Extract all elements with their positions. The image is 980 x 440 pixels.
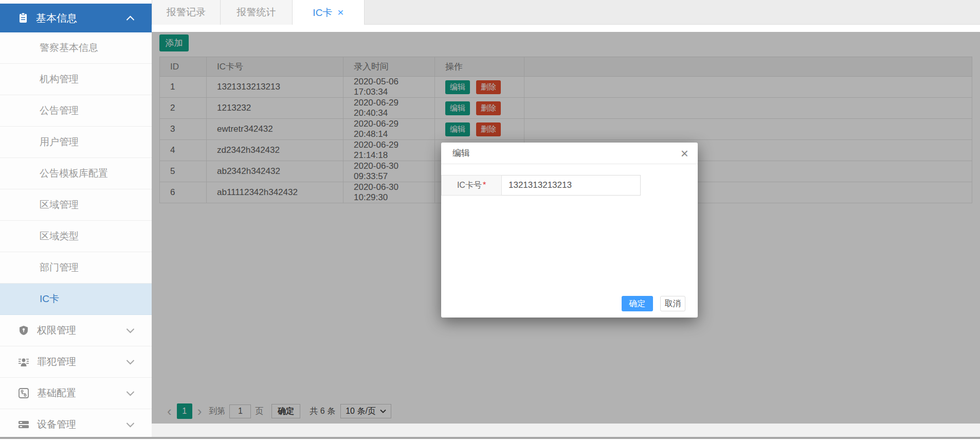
field-label-text: IC卡号 bbox=[457, 180, 482, 191]
sidebar-item-area-mgmt[interactable]: 区域管理 bbox=[0, 189, 152, 221]
sidebar-group-permission[interactable]: 权限管理 bbox=[0, 315, 152, 346]
tab-content-gap bbox=[152, 25, 980, 32]
sidebar-item-police-info[interactable]: 警察基本信息 bbox=[0, 32, 152, 64]
sidebar-items: 警察基本信息 机构管理 公告管理 用户管理 公告模板库配置 区域管理 区域类型 … bbox=[0, 32, 152, 440]
form-row: IC卡号* bbox=[441, 175, 698, 196]
sidebar: 基本信息 警察基本信息 机构管理 公告管理 用户管理 公告模板库配置 区域管理 … bbox=[0, 0, 152, 440]
sidebar-group-label: 罪犯管理 bbox=[37, 355, 76, 368]
sidebar-item-dept-mgmt[interactable]: 部门管理 bbox=[0, 252, 152, 284]
tab-bar: 报警记录 报警统计 IC卡× bbox=[152, 0, 980, 25]
tab-label: IC卡 bbox=[313, 7, 332, 18]
sidebar-group-label: 基础配置 bbox=[37, 386, 76, 400]
sidebar-item-notice-template[interactable]: 公告模板库配置 bbox=[0, 158, 152, 189]
tab-alarm-records[interactable]: 报警记录 bbox=[152, 0, 221, 25]
edit-dialog: 编辑 × IC卡号* 确定 取消 bbox=[441, 143, 698, 318]
prisoner-icon bbox=[17, 357, 30, 367]
sidebar-item-area-type[interactable]: 区域类型 bbox=[0, 221, 152, 252]
sidebar-item-org-mgmt[interactable]: 机构管理 bbox=[0, 64, 152, 95]
sidebar-item-ic-card[interactable]: IC卡 bbox=[0, 284, 152, 315]
sidebar-item-user-mgmt[interactable]: 用户管理 bbox=[0, 127, 152, 158]
shield-icon bbox=[17, 325, 30, 336]
card-no-label: IC卡号* bbox=[441, 175, 502, 196]
clipboard-icon bbox=[17, 12, 29, 24]
circuit-icon bbox=[17, 388, 30, 398]
tab-ic-card[interactable]: IC卡× bbox=[293, 0, 365, 25]
required-mark: * bbox=[483, 181, 486, 190]
close-icon[interactable]: × bbox=[681, 143, 688, 164]
sidebar-group-label: 基本信息 bbox=[36, 11, 77, 25]
chevron-down-icon bbox=[126, 359, 135, 365]
sidebar-group-label: 权限管理 bbox=[37, 324, 76, 337]
sidebar-group-criminal[interactable]: 罪犯管理 bbox=[0, 346, 152, 378]
dialog-title: 编辑 bbox=[452, 148, 470, 158]
dialog-header: 编辑 × bbox=[441, 143, 698, 164]
sidebar-group-base-config[interactable]: 基础配置 bbox=[0, 378, 152, 409]
dialog-footer: 确定 取消 bbox=[622, 296, 685, 311]
server-icon bbox=[17, 419, 30, 430]
chevron-down-icon bbox=[126, 391, 135, 396]
sidebar-group-label: 设备管理 bbox=[37, 418, 76, 431]
cancel-button[interactable]: 取消 bbox=[660, 296, 685, 311]
horizontal-scrollbar[interactable] bbox=[0, 437, 980, 439]
chevron-down-icon bbox=[126, 328, 135, 333]
chevron-up-icon bbox=[126, 15, 135, 21]
tab-alarm-stats[interactable]: 报警统计 bbox=[221, 0, 293, 25]
app-root: 基本信息 警察基本信息 机构管理 公告管理 用户管理 公告模板库配置 区域管理 … bbox=[0, 0, 980, 440]
close-icon[interactable]: × bbox=[337, 6, 343, 18]
chevron-down-icon bbox=[126, 422, 135, 428]
sidebar-group-basic-info[interactable]: 基本信息 bbox=[0, 4, 152, 32]
card-no-input[interactable] bbox=[502, 175, 641, 196]
sidebar-item-notice-mgmt[interactable]: 公告管理 bbox=[0, 95, 152, 127]
ok-button[interactable]: 确定 bbox=[622, 296, 653, 311]
bottom-strip bbox=[152, 424, 980, 437]
sidebar-group-device[interactable]: 设备管理 bbox=[0, 409, 152, 440]
